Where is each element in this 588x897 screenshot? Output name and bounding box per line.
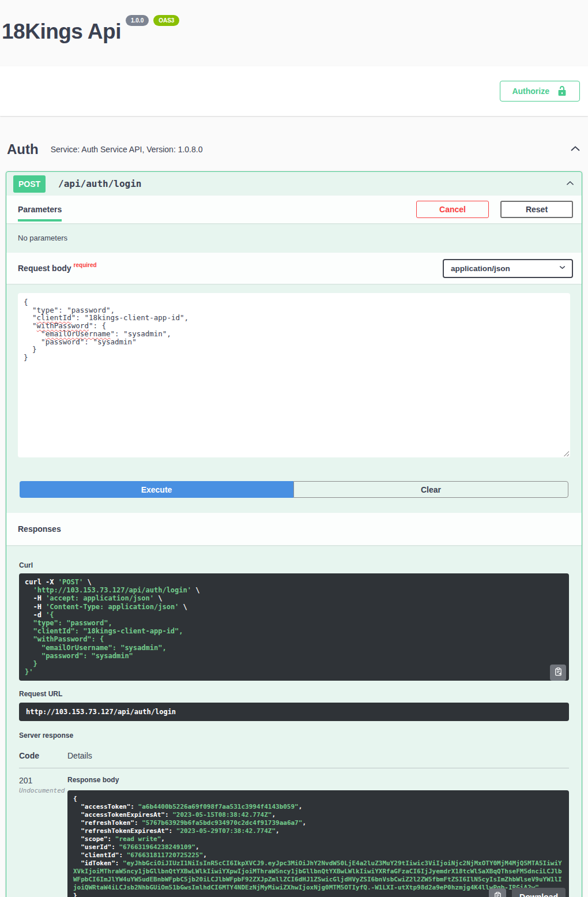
responses-section-header: Responses (6, 513, 582, 545)
curl-label: Curl (19, 561, 569, 569)
response-code: 201 (19, 776, 67, 785)
authorize-button[interactable]: Authorize (500, 81, 580, 102)
tag-section-auth[interactable]: Auth Service: Auth Service API, Version:… (0, 133, 588, 165)
tag-description: Service: Auth Service API, Version: 1.0.… (51, 145, 570, 154)
oas3-badge: OAS3 (153, 15, 179, 26)
opblock-collapse-button[interactable] (566, 178, 575, 189)
response-body-label: Response body (67, 776, 569, 784)
request-url-value: http://103.153.73.127/api/auth/login (19, 703, 569, 721)
copy-curl-button[interactable] (550, 665, 566, 681)
clipboard-icon (493, 892, 502, 897)
version-badge: 1.0.0 (126, 15, 149, 26)
chevron-up-icon (570, 147, 581, 156)
scheme-container: Authorize (0, 66, 588, 116)
request-url-label: Request URL (19, 690, 569, 698)
request-body-header: Request bodyrequired application/json (6, 253, 582, 284)
undocumented-label: Undocumented (19, 787, 67, 794)
execute-row: Execute Clear (6, 457, 582, 498)
download-button[interactable]: Download (512, 888, 566, 897)
request-body-label: Request bodyrequired (18, 264, 97, 273)
response-table-header: Code Details (19, 751, 569, 768)
details-column-header: Details (67, 751, 92, 760)
page-title: 18Kings Api (2, 21, 121, 42)
resize-handle[interactable] (562, 449, 569, 456)
reset-button[interactable]: Reset (500, 201, 573, 218)
tab-parameters-label: Parameters (18, 205, 62, 214)
response-body-block: { "accessToken": "a6b4400b5226a69f098f7a… (67, 790, 569, 897)
required-label: required (74, 262, 97, 268)
execute-button[interactable]: Execute (20, 481, 293, 498)
opblock-summary[interactable]: POST /api/auth/login (6, 172, 582, 196)
chevron-down-icon (559, 264, 566, 273)
info-header: 18Kings Api 1.0.0 OAS3 (0, 0, 588, 66)
response-code-cell: 201 Undocumented (19, 776, 67, 897)
server-response-label: Server response (19, 731, 569, 740)
parameters-header: Parameters Cancel Reset (6, 196, 582, 223)
content-type-value: application/json (451, 264, 510, 273)
request-body-section: { "type": "password", "clientId": "18kin… (6, 284, 582, 457)
tab-parameters[interactable]: Parameters (18, 196, 62, 223)
tag-collapse-button[interactable] (570, 142, 581, 156)
unlock-icon (556, 85, 568, 97)
content-type-select[interactable]: application/json (443, 259, 573, 278)
request-body-editor[interactable]: { "type": "password", "clientId": "18kin… (18, 293, 570, 457)
response-details-cell: Response body { "accessToken": "a6b4400b… (67, 776, 569, 897)
clear-button[interactable]: Clear (293, 481, 568, 498)
chevron-up-icon (566, 181, 575, 189)
clipboard-icon (554, 667, 563, 678)
authorize-button-label: Authorize (512, 87, 549, 96)
copy-response-button[interactable] (489, 888, 506, 897)
cancel-button[interactable]: Cancel (416, 201, 489, 218)
server-response-row: 201 Undocumented Response body { "access… (19, 776, 569, 897)
method-badge: POST (13, 175, 46, 193)
no-parameters-text: No parameters (6, 223, 582, 253)
curl-command-block: curl -X 'POST' \ 'http://103.153.73.127/… (19, 573, 569, 681)
opblock-post-login: POST /api/auth/login Parameters Cancel R… (6, 171, 582, 897)
operation-path: /api/auth/login (58, 178, 566, 189)
tag-name: Auth (7, 141, 39, 157)
responses-content: Curl curl -X 'POST' \ 'http://103.153.73… (6, 545, 582, 897)
code-column-header: Code (19, 751, 67, 760)
